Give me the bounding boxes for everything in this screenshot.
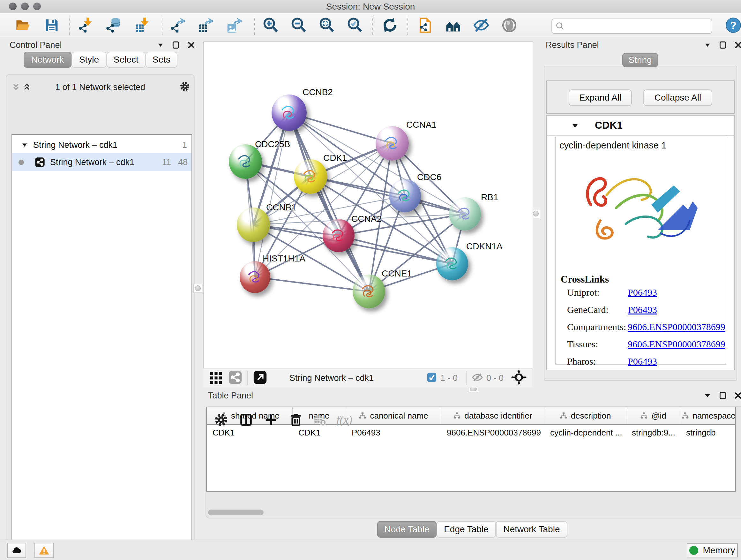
hide-glass-button[interactable] [471, 15, 491, 36]
refresh-icon [382, 17, 398, 34]
fit-content-crosshair-icon[interactable] [511, 370, 527, 386]
zoom-selected-button[interactable] [345, 15, 365, 36]
control-panel: Control Panel NetworkStyleSelectSets 1 o… [3, 38, 197, 535]
table-cell[interactable]: P06493 [346, 428, 441, 438]
gene-expand-icon[interactable] [571, 122, 579, 130]
tab-string[interactable]: String [622, 53, 658, 67]
close-panel-icon[interactable] [187, 41, 195, 49]
gene-header-row[interactable]: CDK1 [547, 116, 734, 136]
refresh-view-button[interactable] [380, 15, 400, 36]
node-rb1[interactable] [449, 197, 481, 231]
node-cdc6[interactable] [389, 179, 421, 212]
import-table-button[interactable] [133, 15, 153, 36]
float-panel-icon[interactable] [719, 391, 727, 400]
crosslink-link[interactable]: P06493 [628, 356, 657, 367]
export-network-button[interactable] [168, 15, 188, 36]
delete-table-icon[interactable] [313, 414, 326, 426]
protein-ribbon-thumb [389, 179, 421, 212]
table-cell[interactable]: cyclin-dependent ... [544, 428, 626, 438]
node-cdkn1a[interactable] [436, 247, 468, 280]
node-hist1h1a[interactable] [240, 261, 270, 293]
warnings-button[interactable] [35, 543, 54, 558]
network-row-selected[interactable]: String Network – cdk1 11 48 [12, 153, 192, 171]
protein-ribbon-thumb [376, 126, 409, 161]
collapse-panel-icon[interactable] [703, 391, 712, 400]
save-session-button[interactable] [42, 15, 62, 36]
show-graphics-details-button[interactable] [499, 15, 520, 36]
open-session-button[interactable] [13, 15, 33, 36]
collapse-all-button[interactable]: Collapse All [643, 89, 712, 106]
help-button[interactable]: ? [723, 15, 741, 36]
column-header-canonical-name[interactable]: canonical name [346, 408, 441, 424]
network-canvas[interactable]: CCNB2 CCNA1 CDC25B CDK1 CDC6 RB1CCNB1 CC… [203, 42, 533, 368]
column-header-database-identifier[interactable]: database identifier [441, 408, 544, 424]
tab-network-table[interactable]: Network Table [496, 521, 567, 538]
column-header-@id[interactable]: @id [626, 408, 680, 424]
table-cell[interactable]: CDK1 [293, 428, 346, 438]
search-box[interactable] [551, 18, 712, 34]
network-from-document-button[interactable] [415, 15, 435, 36]
network-badge-icon[interactable] [228, 370, 242, 386]
help-icon: ? [725, 17, 741, 34]
create-column-icon[interactable] [264, 413, 278, 427]
network-label: String Network – cdk1 [50, 158, 134, 167]
memory-button[interactable]: Memory [687, 543, 738, 557]
close-panel-icon[interactable] [734, 391, 741, 400]
float-panel-icon[interactable] [172, 41, 180, 49]
node-ccna2[interactable] [323, 219, 354, 252]
table-cell[interactable]: 9606.ENSP00000378699 [441, 428, 544, 438]
tab-select[interactable]: Select [107, 52, 145, 68]
tab-network[interactable]: Network [23, 52, 71, 68]
import-network-file-button[interactable] [76, 15, 96, 36]
float-panel-icon[interactable] [719, 41, 727, 49]
zoom-out-button[interactable] [288, 15, 309, 36]
search-input[interactable] [567, 20, 709, 31]
node-ccne1[interactable] [353, 274, 385, 308]
crosslink-link[interactable]: P06493 [628, 287, 657, 298]
network-list: String Network – cdk1 1 String Network –… [11, 134, 192, 560]
string-protein-query-button[interactable] [443, 15, 463, 36]
tab-node-table[interactable]: Node Table [377, 521, 436, 538]
export-table-button[interactable] [196, 15, 216, 36]
node-label-rb1: RB1 [481, 192, 498, 202]
node-ccnb1[interactable] [237, 207, 270, 242]
left-splitter-handle[interactable] [193, 284, 202, 293]
table-options-gear-icon[interactable] [214, 413, 228, 427]
table-cell[interactable]: stringdb:9... [626, 428, 680, 438]
zoom-fit-button[interactable] [317, 15, 337, 36]
export-image-button[interactable] [225, 15, 245, 36]
node-cdc25b[interactable] [229, 144, 262, 179]
crosslink-link[interactable]: 9606.ENSP00000378699 [628, 339, 725, 350]
zoom-in-button[interactable] [260, 15, 281, 36]
tab-sets[interactable]: Sets [145, 52, 178, 68]
tab-style[interactable]: Style [71, 52, 107, 68]
collection-expand-icon[interactable] [21, 141, 28, 148]
collapse-panel-icon[interactable] [703, 41, 712, 49]
node-cdk1[interactable] [294, 159, 327, 194]
open-in-window-icon[interactable] [253, 370, 267, 386]
node-ccnb2[interactable] [272, 95, 307, 131]
column-header-description[interactable]: description [544, 408, 626, 424]
column-header-namespace[interactable]: namespace [680, 408, 736, 424]
memory-label: Memory [703, 545, 735, 556]
cloud-button[interactable] [7, 543, 26, 558]
tab-edge-table[interactable]: Edge Table [436, 521, 496, 538]
show-columns-icon[interactable] [239, 413, 253, 427]
delete-column-icon[interactable] [288, 413, 303, 427]
node-ccna1[interactable] [376, 126, 409, 161]
close-panel-icon[interactable] [734, 41, 741, 49]
expand-all-button[interactable]: Expand All [569, 89, 632, 106]
zoom-in-icon [262, 17, 279, 34]
import-network-database-button[interactable] [104, 15, 125, 36]
crosslink-link[interactable]: P06493 [628, 304, 657, 315]
protein-ribbon-thumb [240, 261, 270, 293]
table-cell[interactable]: CDK1 [207, 428, 293, 438]
network-options-gear-icon[interactable] [179, 81, 190, 93]
crosslink-link[interactable]: 9606.ENSP00000378699 [628, 321, 725, 332]
table-cell[interactable]: stringdb [680, 428, 736, 438]
birdseye-view-icon[interactable] [209, 370, 223, 386]
network-collection-row[interactable]: String Network – cdk1 1 [12, 137, 192, 153]
collapse-panel-icon[interactable] [156, 41, 165, 49]
doc-net-icon [417, 17, 433, 34]
function-builder-icon[interactable]: f(x) [336, 413, 352, 427]
